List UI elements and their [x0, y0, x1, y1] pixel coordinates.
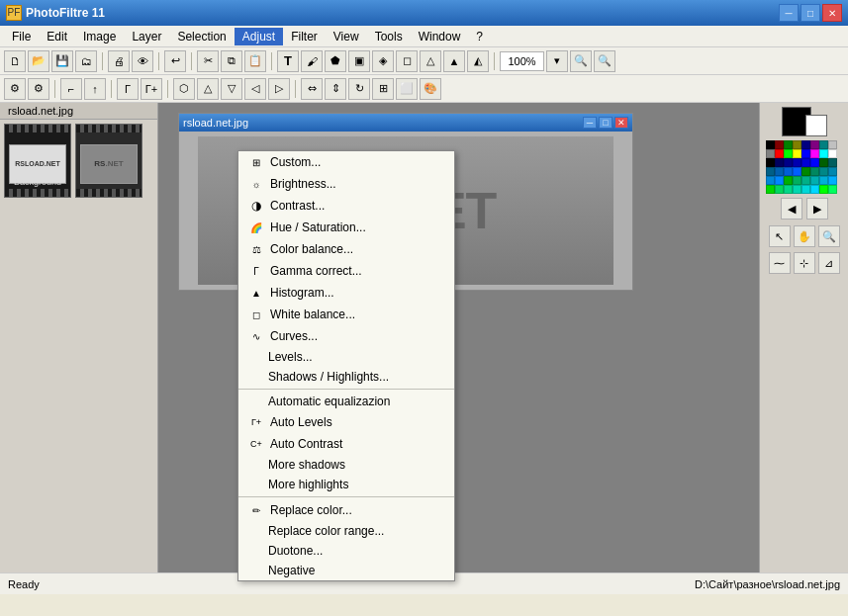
paste-button[interactable]: 📋 [244, 50, 266, 72]
clone-button[interactable]: ◈ [372, 50, 394, 72]
zoom-in-button[interactable]: 🔍 [570, 50, 592, 72]
undo-button[interactable]: ↩ [164, 50, 186, 72]
brush-button[interactable]: 🖌 [301, 50, 323, 72]
hand-tool[interactable]: ✋ [794, 225, 815, 247]
minimize-button[interactable]: ─ [779, 4, 799, 22]
menu-more-highlights[interactable]: More highlights [238, 475, 454, 494]
zoom-dropdown[interactable]: ▾ [546, 50, 568, 72]
palette-cell[interactable] [828, 140, 837, 149]
menu-replace-color-range[interactable]: Replace color range... [238, 521, 454, 541]
palette-cell[interactable] [828, 158, 837, 167]
menu-duotone[interactable]: Duotone... [238, 541, 454, 561]
palette-cell[interactable] [766, 176, 775, 185]
palette-cell[interactable] [793, 176, 801, 185]
menu-help[interactable]: ? [468, 28, 491, 45]
palette-cell[interactable] [810, 149, 819, 158]
cut-button[interactable]: ✂ [197, 50, 219, 72]
menu-negative[interactable]: Negative [238, 561, 454, 580]
menu-image[interactable]: Image [75, 28, 124, 45]
palette-cell[interactable] [828, 185, 837, 194]
palette-cell[interactable] [819, 140, 828, 149]
palette-cell[interactable] [766, 140, 775, 149]
save-all-button[interactable]: 🗂 [75, 50, 97, 72]
text-button[interactable]: T [277, 50, 299, 72]
palette-cell[interactable] [801, 185, 810, 194]
copy-button[interactable]: ⧉ [221, 50, 242, 72]
tool1-button[interactable]: ⚙ [4, 78, 26, 100]
save-button[interactable]: 💾 [51, 50, 73, 72]
filter4-button[interactable]: ◭ [467, 50, 489, 72]
tool5-button[interactable]: Γ [117, 78, 139, 100]
tool6-button[interactable]: Γ+ [141, 78, 162, 100]
palette-cell[interactable] [801, 167, 810, 176]
palette-cell[interactable] [784, 140, 793, 149]
menu-filter[interactable]: Filter [283, 28, 326, 45]
menu-more-shadows[interactable]: More shadows [238, 455, 454, 475]
menu-adjust[interactable]: Adjust [235, 28, 283, 45]
palette-cell[interactable] [819, 176, 828, 185]
menu-auto-levels[interactable]: Γ+ Auto Levels [238, 411, 454, 433]
palette-cell[interactable] [801, 158, 810, 167]
lasso-tool[interactable]: ⁓ [769, 252, 791, 274]
palette-cell[interactable] [819, 167, 828, 176]
menu-tools[interactable]: Tools [367, 28, 411, 45]
palette-cell[interactable] [819, 158, 828, 167]
palette-left[interactable]: ◀ [781, 198, 802, 220]
image-minimize-button[interactable]: ─ [583, 117, 597, 129]
palette-cell[interactable] [784, 149, 793, 158]
palette-cell[interactable] [793, 167, 801, 176]
maximize-button[interactable]: □ [801, 4, 820, 22]
background-color[interactable] [805, 115, 827, 136]
palette-cell[interactable] [775, 158, 784, 167]
menu-view[interactable]: View [326, 28, 367, 45]
rotate-button[interactable]: ↻ [348, 78, 370, 100]
palette-cell[interactable] [775, 167, 784, 176]
palette-cell[interactable] [793, 158, 801, 167]
close-button[interactable]: ✕ [822, 4, 842, 22]
palette-cell[interactable] [801, 176, 810, 185]
palette-cell[interactable] [819, 149, 828, 158]
eyedrop-tool[interactable]: ⊿ [818, 252, 840, 274]
tool2-button[interactable]: ⚙ [28, 78, 49, 100]
tool7-button[interactable]: ⬡ [173, 78, 195, 100]
tool11-button[interactable]: ▷ [268, 78, 290, 100]
palette-cell[interactable] [775, 140, 784, 149]
menu-auto-eq[interactable]: Automatic equalizazion [238, 392, 454, 411]
palette-cell[interactable] [793, 149, 801, 158]
tool9-button[interactable]: ▽ [221, 78, 242, 100]
palette-right[interactable]: ▶ [806, 198, 828, 220]
thumb-1[interactable]: RSLOAD.NET Background [4, 124, 71, 198]
palette-cell[interactable] [828, 176, 837, 185]
new-button[interactable]: 🗋 [4, 50, 26, 72]
open-button[interactable]: 📂 [28, 50, 49, 72]
image-maximize-button[interactable]: □ [599, 117, 612, 129]
tool8-button[interactable]: △ [197, 78, 219, 100]
palette-cell[interactable] [766, 149, 775, 158]
menu-shadows-highlights[interactable]: Shadows / Highlights... [238, 367, 454, 387]
print-preview-button[interactable]: 👁 [132, 50, 153, 72]
menu-gamma[interactable]: Γ Gamma correct... [238, 260, 454, 282]
menu-contrast[interactable]: ◑ Contrast... [238, 195, 454, 217]
crop-tool[interactable]: ⊹ [794, 252, 815, 274]
palette-cell[interactable] [766, 158, 775, 167]
menu-histogram[interactable]: ▲ Histogram... [238, 282, 454, 304]
menu-color-balance[interactable]: ⚖ Color balance... [238, 238, 454, 260]
flip-h-button[interactable]: ⇔ [301, 78, 323, 100]
palette-cell[interactable] [784, 167, 793, 176]
zoom-out-button[interactable]: 🔍 [594, 50, 615, 72]
menu-edit[interactable]: Edit [39, 28, 75, 45]
tool4-button[interactable]: ↑ [84, 78, 106, 100]
menu-custom[interactable]: ⊞ Custom... [238, 151, 454, 173]
palette-cell[interactable] [793, 140, 801, 149]
palette-cell[interactable] [810, 158, 819, 167]
grid-button[interactable]: ⊞ [372, 78, 394, 100]
palette-button[interactable]: 🎨 [420, 78, 441, 100]
menu-levels[interactable]: Levels... [238, 347, 454, 367]
menu-file[interactable]: File [4, 28, 39, 45]
thumb-2[interactable]: RS.NET [75, 124, 142, 198]
palette-cell[interactable] [784, 158, 793, 167]
palette-cell[interactable] [766, 185, 775, 194]
palette-cell[interactable] [784, 176, 793, 185]
zoom-tool[interactable]: 🔍 [818, 225, 840, 247]
palette-cell[interactable] [801, 149, 810, 158]
